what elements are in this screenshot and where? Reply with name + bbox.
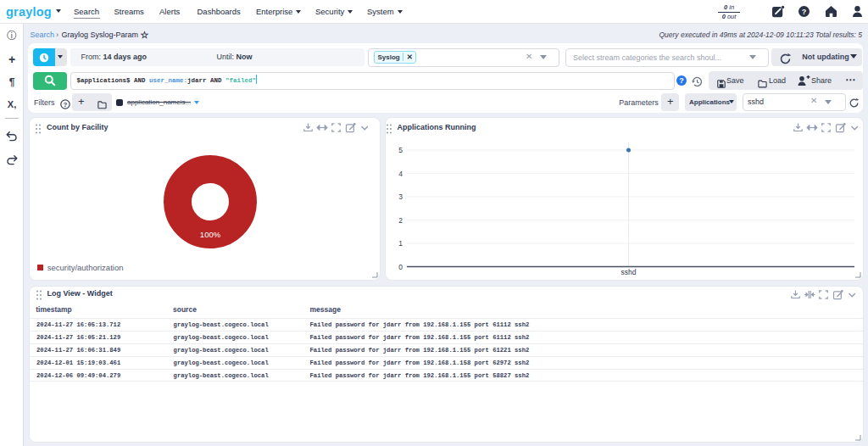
svg-text:?: ?: [802, 8, 807, 16]
svg-text:sshd: sshd: [621, 268, 637, 276]
svg-text:3: 3: [398, 192, 403, 201]
svg-text:0: 0: [398, 263, 403, 271]
svg-text:4: 4: [398, 170, 403, 178]
svg-text:5: 5: [398, 146, 403, 154]
svg-text:2: 2: [398, 216, 403, 225]
svg-text:?: ?: [64, 101, 68, 109]
svg-text:1: 1: [398, 239, 403, 248]
svg-text:100%: 100%: [199, 230, 220, 239]
